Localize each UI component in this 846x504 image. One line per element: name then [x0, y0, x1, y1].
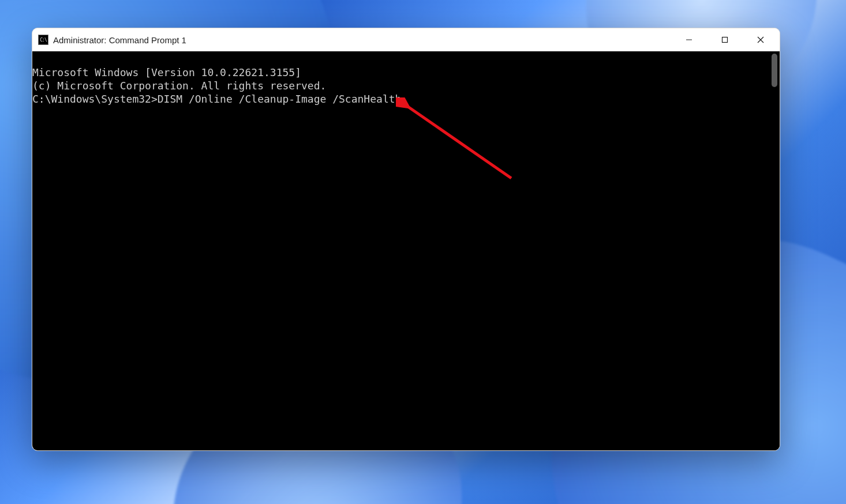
prompt-text: C:\Windows\System32>: [32, 93, 158, 105]
annotation-arrow: [396, 97, 529, 190]
cursor: [401, 101, 407, 104]
minimize-icon: [686, 36, 692, 43]
titlebar[interactable]: C:\ Administrator: Command Prompt 1: [32, 28, 780, 51]
minimize-button[interactable]: [671, 28, 707, 51]
maximize-icon: [721, 36, 728, 43]
terminal-line: Microsoft Windows [Version 10.0.22621.31…: [32, 66, 767, 79]
window-title: Administrator: Command Prompt 1: [53, 35, 186, 45]
caption-buttons: [671, 28, 778, 51]
terminal-line: (c) Microsoft Corporation. All rights re…: [32, 79, 767, 92]
cmd-app-icon: C:\: [38, 35, 48, 45]
terminal-prompt-line: C:\Windows\System32>DISM /Online /Cleanu…: [32, 92, 767, 106]
close-button[interactable]: [743, 28, 778, 51]
command-prompt-window: C:\ Administrator: Command Prompt 1 Micr…: [32, 28, 780, 451]
scrollbar-thumb[interactable]: [772, 54, 777, 87]
terminal-area[interactable]: Microsoft Windows [Version 10.0.22621.31…: [32, 51, 780, 450]
scrollbar-track[interactable]: [767, 51, 780, 450]
terminal-output[interactable]: Microsoft Windows [Version 10.0.22621.31…: [32, 51, 767, 450]
maximize-button[interactable]: [707, 28, 743, 51]
command-input-text[interactable]: DISM /Online /Cleanup-Image /ScanHealth: [158, 93, 402, 105]
svg-rect-1: [723, 37, 728, 43]
close-icon: [757, 36, 764, 43]
svg-line-5: [406, 106, 511, 178]
